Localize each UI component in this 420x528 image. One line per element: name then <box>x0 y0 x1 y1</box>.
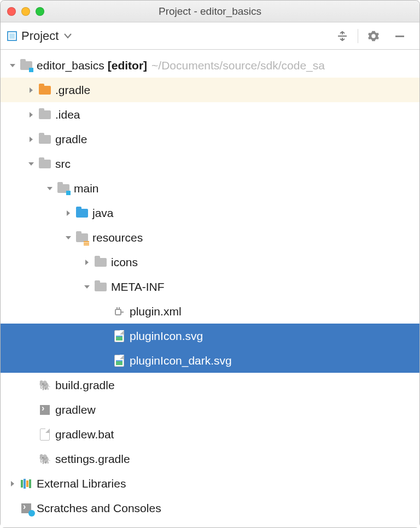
tree-node-plugin-icon-svg[interactable]: pluginIcon.svg <box>1 324 419 348</box>
chevron-right-icon[interactable] <box>27 112 36 118</box>
folder-icon <box>39 159 51 169</box>
excluded-folder-icon <box>39 85 51 96</box>
chevron-down-icon[interactable] <box>27 161 36 167</box>
image-file-icon <box>113 355 125 366</box>
node-label: pluginIcon_dark.svg <box>130 354 232 367</box>
scroll-from-source-icon[interactable] <box>335 31 350 42</box>
gradle-file-icon: 🐘 <box>39 454 51 465</box>
node-path: ~/Documents/source/sdk/code_sa <box>151 59 325 72</box>
chevron-down-icon[interactable] <box>64 33 72 39</box>
tree-node-src[interactable]: src <box>1 151 419 176</box>
close-window-button[interactable] <box>7 7 16 16</box>
tree-node-settings-gradle[interactable]: 🐘 settings.gradle <box>1 447 419 471</box>
chevron-down-icon[interactable] <box>8 62 17 69</box>
chevron-right-icon[interactable] <box>8 480 17 487</box>
libraries-icon <box>20 478 32 489</box>
node-label: External Libraries <box>37 477 126 490</box>
scratches-icon <box>20 503 32 514</box>
svg-rect-5 <box>84 243 89 244</box>
toolbar-divider <box>358 29 358 43</box>
hide-panel-icon[interactable] <box>392 31 407 42</box>
window-controls <box>7 7 44 16</box>
svg-rect-4 <box>84 241 89 242</box>
module-folder-icon <box>57 183 69 194</box>
gear-icon[interactable] <box>366 30 381 42</box>
node-label: META-INF <box>111 280 165 294</box>
node-label: editor_basics <box>37 59 104 72</box>
tree-node-project-root[interactable]: editor_basics [editor] ~/Documents/sourc… <box>1 53 419 78</box>
tree-node-plugin-icon-dark-svg[interactable]: pluginIcon_dark.svg <box>1 348 419 373</box>
project-toolbar: Project <box>1 22 419 50</box>
svg-rect-7 <box>115 309 121 315</box>
svg-rect-9 <box>119 307 120 309</box>
image-file-icon <box>113 331 125 342</box>
node-label: icons <box>111 256 138 269</box>
chevron-down-icon[interactable] <box>45 185 54 192</box>
node-label: settings.gradle <box>55 453 130 466</box>
gradle-file-icon: 🐘 <box>39 380 51 391</box>
shell-file-icon <box>39 404 51 415</box>
chevron-right-icon[interactable] <box>83 259 91 266</box>
tree-node-gradlew-bat[interactable]: gradlew.bat <box>1 422 419 447</box>
node-label: gradle <box>55 133 87 146</box>
node-label: src <box>55 157 71 171</box>
zoom-window-button[interactable] <box>36 7 44 16</box>
node-label: Scratches and Consoles <box>37 502 161 515</box>
tree-node-main[interactable]: main <box>1 176 419 201</box>
tree-node-gradle[interactable]: gradle <box>1 127 419 151</box>
resources-folder-icon <box>76 232 88 243</box>
node-label: resources <box>92 231 143 244</box>
node-context: [editor] <box>108 59 147 72</box>
plugin-file-icon <box>113 306 125 317</box>
window-title: Project - editor_basics <box>1 5 419 17</box>
svg-rect-8 <box>116 307 118 309</box>
tree-node-scratches[interactable]: Scratches and Consoles <box>1 496 419 520</box>
chevron-right-icon[interactable] <box>64 210 73 216</box>
tree-node-plugin-xml[interactable]: plugin.xml <box>1 299 419 324</box>
folder-icon <box>95 257 107 268</box>
folder-icon <box>39 134 51 145</box>
tree-node-external-libraries[interactable]: External Libraries <box>1 471 419 496</box>
tree-node-gradle-hidden[interactable]: .gradle <box>1 78 419 102</box>
tree-node-java[interactable]: java <box>1 201 419 225</box>
svg-rect-6 <box>84 244 89 245</box>
chevron-right-icon[interactable] <box>27 136 36 143</box>
chevron-right-icon[interactable] <box>27 87 36 93</box>
chevron-down-icon[interactable] <box>83 284 91 290</box>
node-label: java <box>92 207 114 220</box>
node-label: .gradle <box>55 84 90 97</box>
tree-node-gradlew[interactable]: gradlew <box>1 397 419 422</box>
project-view-selector[interactable]: Project <box>21 29 59 43</box>
node-label: .idea <box>55 108 80 121</box>
node-label: gradlew.bat <box>55 428 114 441</box>
project-tree[interactable]: editor_basics [editor] ~/Documents/sourc… <box>1 50 419 527</box>
tree-node-build-gradle[interactable]: 🐘 build.gradle <box>1 373 419 397</box>
ide-window: Project - editor_basics Project <box>0 0 420 528</box>
node-label: build.gradle <box>55 379 115 392</box>
node-label: gradlew <box>55 403 96 416</box>
node-label: plugin.xml <box>130 305 182 318</box>
chevron-down-icon[interactable] <box>64 234 73 241</box>
titlebar: Project - editor_basics <box>1 1 419 22</box>
node-label: main <box>74 182 99 195</box>
tree-node-resources[interactable]: resources <box>1 225 419 250</box>
tree-node-meta-inf[interactable]: META-INF <box>1 274 419 299</box>
project-view-icon <box>7 31 17 41</box>
source-folder-icon <box>76 208 88 219</box>
folder-icon <box>95 281 107 292</box>
folder-icon <box>39 109 51 120</box>
module-folder-icon <box>20 60 32 71</box>
minimize-window-button[interactable] <box>21 7 30 16</box>
tree-node-icons[interactable]: icons <box>1 250 419 274</box>
tree-node-idea[interactable]: .idea <box>1 102 419 127</box>
svg-rect-3 <box>395 36 404 37</box>
text-file-icon <box>39 429 51 440</box>
node-label: pluginIcon.svg <box>130 330 203 343</box>
